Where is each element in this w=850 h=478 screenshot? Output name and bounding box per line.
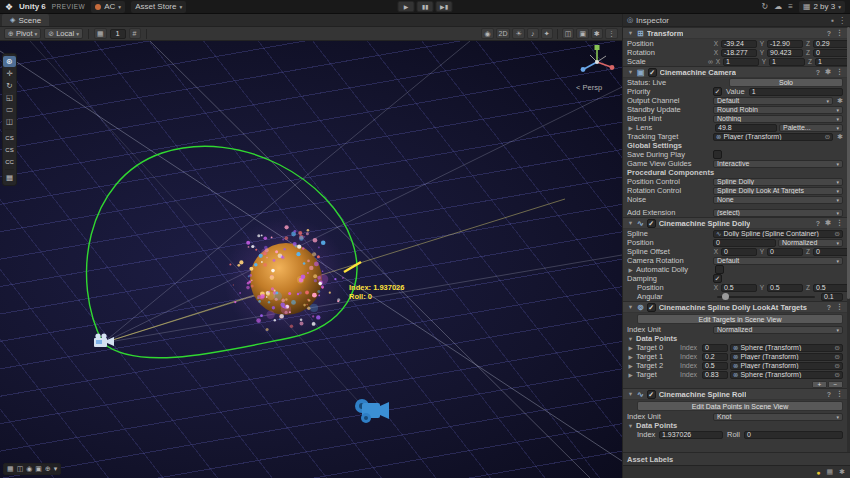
damping-checkbox[interactable]: ✓ bbox=[713, 274, 722, 283]
foldout-open-icon[interactable]: ▼ bbox=[627, 304, 634, 310]
rotation-x-field[interactable]: -18.277 bbox=[721, 49, 757, 57]
foldout-closed-icon[interactable]: ▶ bbox=[627, 267, 634, 273]
help-icon[interactable]: ? bbox=[816, 220, 820, 227]
transform-header[interactable]: ▼ ⊞ Transform ? ⋮ bbox=[623, 27, 847, 39]
step-button[interactable]: ▶▮ bbox=[436, 1, 453, 12]
foldout-closed-icon[interactable]: ▶ bbox=[627, 372, 634, 378]
save-during-play-checkbox[interactable] bbox=[713, 150, 722, 159]
label-dot-icon[interactable]: ● bbox=[816, 469, 820, 476]
help-icon[interactable]: ? bbox=[827, 391, 831, 398]
foldout-closed-icon[interactable]: ▶ bbox=[627, 125, 634, 131]
rotate-tool-button[interactable]: ↻ bbox=[3, 80, 16, 91]
gear-icon[interactable]: ✱ bbox=[837, 133, 843, 141]
object-picker-icon[interactable]: ⊙ bbox=[835, 344, 840, 352]
damping-x-field[interactable]: 0.5 bbox=[721, 284, 757, 292]
rotation-z-field[interactable]: 0 bbox=[813, 49, 847, 57]
preset-icon[interactable]: ✱ bbox=[825, 68, 831, 76]
target-3-object-field[interactable]: ⊚ Sphere (Transform) ⊙ bbox=[730, 371, 843, 379]
pause-button[interactable]: ▮▮ bbox=[417, 1, 434, 12]
help-icon[interactable]: ? bbox=[816, 69, 820, 76]
rect-tool-button[interactable]: ▭ bbox=[3, 104, 16, 115]
roll-index-unit-dropdown[interactable]: Knot ▾ bbox=[713, 413, 843, 421]
enable-checkbox[interactable]: ✓ bbox=[647, 303, 656, 312]
grid-tool-button[interactable]: ▦ bbox=[3, 172, 16, 183]
more-icon[interactable]: ⋮ bbox=[836, 68, 843, 76]
custom-tool-cs-1[interactable]: CS bbox=[3, 132, 16, 143]
effects-toggle-icon[interactable]: ✦ bbox=[541, 28, 553, 39]
target-0-index-field[interactable]: 0 bbox=[702, 344, 728, 352]
enable-checkbox[interactable]: ✓ bbox=[647, 390, 656, 399]
foldout-open-icon[interactable]: ▼ bbox=[627, 30, 634, 36]
more-icon[interactable]: ⋮ bbox=[605, 28, 618, 39]
edit-data-points-button[interactable]: Edit Data Points in Scene View bbox=[637, 401, 843, 411]
audio-toggle-icon[interactable]: ♪ bbox=[527, 28, 539, 39]
custom-tool-cs-2[interactable]: CS bbox=[3, 144, 16, 155]
solo-button[interactable]: Solo bbox=[729, 78, 843, 87]
foldout-closed-icon[interactable]: ▶ bbox=[627, 345, 634, 351]
damping-z-field[interactable]: 0.5 bbox=[813, 284, 847, 292]
asset-labels-header[interactable]: Asset Labels bbox=[623, 452, 850, 465]
dolly-position-field[interactable]: 0 bbox=[713, 239, 776, 247]
scale-z-field[interactable]: 1 bbox=[815, 58, 847, 66]
render-mode-icon[interactable]: ◉ bbox=[481, 28, 493, 39]
position-y-field[interactable]: -12.90 bbox=[767, 40, 803, 48]
help-icon[interactable]: ? bbox=[827, 304, 831, 311]
more-icon[interactable]: ⋮ bbox=[836, 29, 843, 37]
lens-fov-field[interactable]: 49.8 bbox=[715, 124, 777, 132]
position-unit-dropdown[interactable]: Normalized ▾ bbox=[778, 239, 843, 247]
target-0-object-field[interactable]: ⊚ Sphere (Transform) ⊙ bbox=[730, 344, 843, 352]
menu-icon[interactable]: ⋮ bbox=[838, 16, 846, 25]
damping-y-field[interactable]: 0.5 bbox=[767, 284, 803, 292]
object-picker-icon[interactable]: ⊙ bbox=[835, 230, 840, 238]
help-icon[interactable]: ? bbox=[827, 30, 831, 37]
cloud-services-icon[interactable]: ☁ bbox=[774, 2, 782, 11]
camera-settings-icon[interactable]: ▣ bbox=[35, 465, 42, 473]
position-x-field[interactable]: -39.24 bbox=[721, 40, 757, 48]
persp-label[interactable]: < Persp bbox=[576, 83, 602, 92]
asset-store-menu[interactable]: Asset Store ▾ bbox=[131, 1, 186, 13]
add-extension-dropdown[interactable]: (select) ▾ bbox=[713, 209, 843, 217]
position-control-dropdown[interactable]: Spline Dolly ▾ bbox=[713, 178, 843, 186]
offset-y-field[interactable]: 0 bbox=[767, 248, 803, 256]
grid-size-field[interactable]: 1 bbox=[110, 29, 126, 39]
noise-dropdown[interactable]: None ▾ bbox=[713, 196, 843, 204]
lighting-toggle-icon[interactable]: ☀ bbox=[512, 28, 524, 39]
data-points-header[interactable]: ▼ Data Points bbox=[623, 334, 847, 343]
snap-increment-icon[interactable]: ⊕ bbox=[45, 465, 51, 473]
scale-y-field[interactable]: 1 bbox=[769, 58, 805, 66]
more-icon[interactable]: ⋮ bbox=[836, 303, 843, 311]
scale-tool-button[interactable]: ◱ bbox=[3, 92, 16, 103]
object-picker-icon[interactable]: ⊙ bbox=[835, 371, 840, 379]
target-3-index-field[interactable]: 0.83 bbox=[702, 371, 728, 379]
target-1-index-field[interactable]: 0.2 bbox=[702, 353, 728, 361]
gizmos-dropdown-icon[interactable]: ✱ bbox=[591, 28, 603, 39]
layout-dropdown[interactable]: ▦ 2 by 3 ▾ bbox=[799, 1, 845, 13]
more-icon[interactable]: ⋮ bbox=[836, 390, 843, 398]
enable-checkbox[interactable]: ✓ bbox=[647, 219, 656, 228]
priority-checkbox[interactable]: ✓ bbox=[713, 87, 722, 96]
lock-icon[interactable]: ▪ bbox=[831, 16, 834, 25]
menu-icon[interactable]: ≡ bbox=[788, 2, 793, 11]
vcam-icon[interactable] bbox=[355, 399, 389, 423]
grid-snap-icon[interactable]: ▦ bbox=[94, 28, 107, 39]
priority-value-field[interactable]: 1 bbox=[749, 88, 843, 96]
target-1-object-field[interactable]: ⊚ Player (Transform) ⊙ bbox=[730, 353, 843, 361]
edit-targets-button[interactable]: Edit Targets in Scene View bbox=[637, 314, 843, 324]
view-tool-button[interactable]: ⊛ bbox=[3, 56, 16, 67]
position-z-field[interactable]: 0.29 bbox=[813, 40, 847, 48]
automatic-dolly-checkbox[interactable] bbox=[715, 265, 724, 274]
skybox-toggle-icon[interactable]: ◉ bbox=[26, 465, 32, 473]
offset-z-field[interactable]: 0 bbox=[813, 248, 847, 256]
camera-preview-icon[interactable]: ▣ bbox=[576, 28, 589, 39]
scene-camera-gizmo[interactable] bbox=[94, 333, 114, 347]
angular-value-field[interactable]: 0.1 bbox=[821, 293, 843, 301]
gear-icon[interactable]: ✱ bbox=[839, 468, 845, 476]
orientation-dropdown[interactable]: ⊘ Local ▾ bbox=[44, 28, 83, 39]
link-scale-icon[interactable]: ∞ bbox=[708, 58, 713, 65]
object-picker-icon[interactable]: ⊙ bbox=[825, 133, 830, 141]
object-picker-icon[interactable]: ⊙ bbox=[835, 353, 840, 361]
camera-rotation-dropdown[interactable]: Default ▾ bbox=[713, 257, 843, 265]
spline-object-field[interactable]: ∿ Dolly Spline (Spline Container) ⊙ bbox=[713, 230, 843, 238]
orientation-gizmo[interactable] bbox=[581, 45, 615, 72]
gear-icon[interactable]: ✱ bbox=[837, 97, 843, 105]
